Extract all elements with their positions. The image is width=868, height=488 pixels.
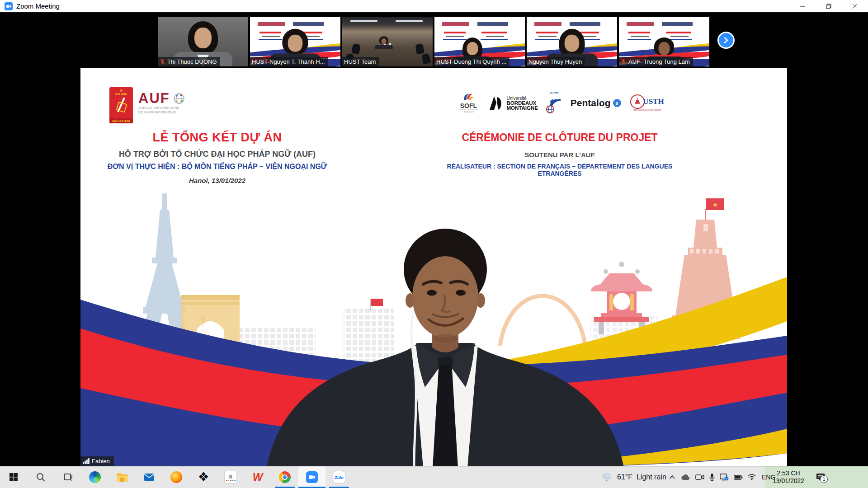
zoom-icon — [306, 471, 318, 483]
taskbar-weather-widget[interactable]: 61°F Light rain — [601, 466, 666, 488]
participant-thumbnail-6[interactable]: AUF- Truong Tung Lam — [619, 17, 709, 66]
edge-app-icon[interactable] — [81, 466, 108, 488]
chair — [421, 53, 431, 64]
speaker-name: Fabien — [92, 458, 110, 465]
figure-face — [565, 35, 580, 52]
restore-button[interactable] — [816, 0, 842, 12]
participant-name: AUF- Truong Tung Lam — [628, 57, 690, 66]
figure-face — [467, 42, 478, 55]
rain-cloud-icon — [601, 472, 613, 482]
chrome-icon-dot — [283, 475, 287, 479]
chrome-app-icon[interactable] — [271, 466, 298, 488]
a-app-icon-button[interactable]: a — [217, 466, 244, 488]
firefox-app-icon[interactable] — [163, 466, 190, 488]
portrait-face — [194, 28, 212, 48]
window-controls — [789, 0, 868, 12]
main-speaker-view: ★ ★ — [80, 68, 787, 466]
wps-icon: W — [253, 472, 263, 483]
chrome-icon — [279, 471, 291, 483]
firefox-icon — [170, 471, 182, 483]
muted-mic-icon — [160, 59, 165, 65]
next-participants-button[interactable] — [717, 32, 735, 49]
minimize-button[interactable] — [789, 0, 816, 12]
start-button[interactable] — [0, 466, 27, 488]
participant-name-label: HUST-Duong Thi Quynh ... — [434, 57, 509, 66]
windows-taskbar: ❖ a W Zalo — [0, 466, 868, 488]
wifi-icon[interactable] — [748, 474, 756, 480]
zalo-wordmark: Zalo — [335, 475, 344, 480]
participant-thumbnail-4[interactable]: HUST-Duong Thi Quynh ... — [434, 17, 525, 66]
mail-app-icon[interactable] — [136, 466, 163, 488]
search-button[interactable] — [27, 466, 54, 488]
notification-badge: 1 — [820, 475, 828, 483]
onedrive-icon[interactable] — [680, 474, 690, 480]
window-titlebar: Zoom Meeting — [0, 0, 868, 13]
participant-name-label: Thi Thuoc DUONG — [158, 57, 220, 66]
participant-thumbnail-2[interactable]: HUST-Nguyen T. Thanh H... — [250, 17, 340, 66]
figure-face — [659, 42, 670, 55]
weather-condition: Light rain — [637, 473, 666, 481]
weather-temperature: 61°F — [617, 473, 632, 481]
chair — [415, 43, 425, 55]
speaker-nametag: Fabien — [80, 456, 114, 466]
close-button[interactable] — [842, 0, 868, 12]
participant-name-label: HUST Team — [342, 57, 379, 66]
tray-chevron-up-icon[interactable] — [669, 475, 675, 479]
participant-name: HUST Team — [344, 57, 376, 66]
participant-name: HUST-Nguyen T. Thanh H... — [252, 57, 325, 66]
task-view-icon — [63, 473, 73, 482]
participant-name: HUST-Duong Thi Quynh ... — [436, 57, 506, 66]
wps-office-app-icon[interactable]: W — [244, 466, 271, 488]
battery-icon[interactable] — [734, 475, 743, 480]
meet-now-icon[interactable] — [695, 474, 704, 481]
chevron-right-icon — [722, 37, 730, 44]
zalo-app-icon[interactable]: Zalo — [326, 466, 353, 488]
window-title: Zoom Meeting — [16, 2, 60, 10]
dropbox-app-icon[interactable]: ❖ — [190, 466, 217, 488]
participant-name-label: AUF- Truong Tung Lam — [619, 57, 693, 66]
file-explorer-app-icon[interactable] — [108, 466, 136, 488]
ceiling-light — [350, 20, 377, 22]
participant-name-label: HUST-Nguyen T. Thanh H... — [250, 57, 328, 66]
speaker-figure — [80, 68, 787, 466]
a-app-letter: a — [229, 473, 232, 479]
action-center-button[interactable]: 1 — [810, 466, 831, 488]
zoom-app-icon — [5, 2, 13, 10]
figure-body — [375, 45, 393, 49]
signal-bars-icon — [83, 458, 90, 464]
system-tray: ENG — [669, 466, 776, 488]
figure-face — [381, 38, 386, 44]
clock-time: 2:53 CH — [777, 469, 800, 477]
muted-mic-icon — [621, 59, 627, 65]
microphone-icon[interactable] — [709, 473, 715, 481]
zoom-app-taskbar-icon[interactable] — [298, 466, 326, 488]
participant-thumbnail-5[interactable]: Nguyen Thuy Huyen — [527, 17, 617, 66]
a-app-dots — [226, 480, 236, 481]
search-icon — [36, 472, 46, 482]
dropbox-icon: ❖ — [198, 471, 209, 483]
participant-thumbnail-1[interactable]: Thi Thuoc DUONG — [158, 17, 248, 66]
participant-thumbnail-3[interactable]: HUST Team — [342, 17, 433, 66]
chair — [351, 43, 361, 55]
mail-icon — [144, 473, 155, 482]
a-app-icon: a — [225, 471, 236, 483]
taskbar-apps: ❖ a W Zalo — [0, 466, 353, 488]
folder-icon — [116, 472, 128, 482]
ceiling-light — [396, 20, 423, 22]
windows-logo-icon — [9, 473, 18, 482]
seated-person — [374, 36, 393, 49]
your-phone-icon[interactable] — [720, 473, 729, 481]
participant-name: Thi Thuoc DUONG — [167, 57, 217, 66]
edge-icon — [89, 471, 101, 483]
zoom-meeting-window: Zoom Meeting Thi Thuoc DUONG — [0, 0, 868, 488]
taskbar-clock[interactable]: 2:53 CH 13/01/2022 — [769, 466, 807, 488]
clock-date: 13/01/2022 — [773, 477, 804, 485]
participant-name-label: Nguyen Thuy Huyen — [527, 57, 585, 66]
figure-face — [288, 35, 303, 52]
task-view-button[interactable] — [54, 466, 81, 488]
zalo-icon: Zalo — [333, 471, 345, 483]
participant-name: Nguyen Thuy Huyen — [528, 57, 582, 66]
